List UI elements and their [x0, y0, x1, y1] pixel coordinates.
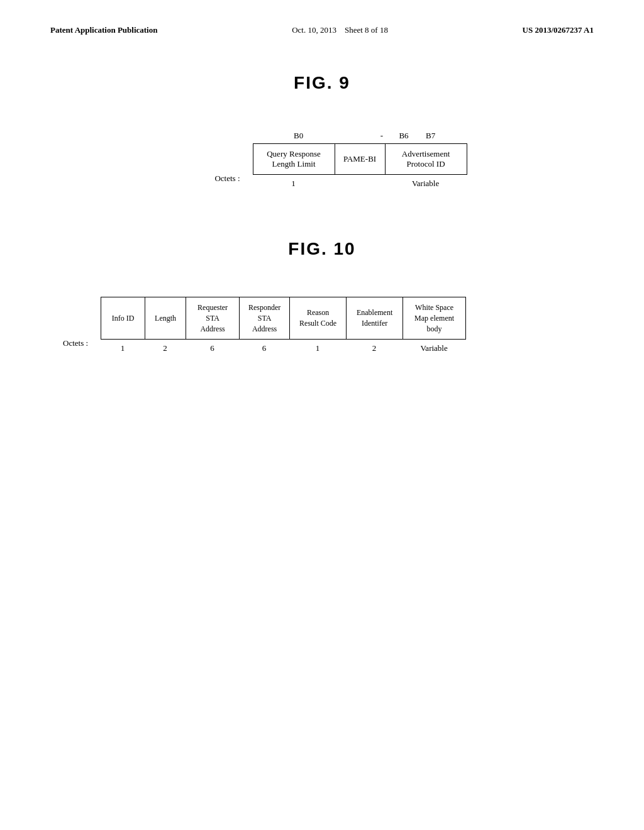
fig10-table-container: Info ID Length RequesterSTAAddress Respo…	[101, 297, 466, 353]
fig10-cell-enablement: EnablementIdentifer	[347, 297, 403, 340]
fig9-container: B0 - B6 B7 Octets : Query ResponseLength…	[88, 131, 594, 189]
fig9-oct-v2	[335, 179, 385, 189]
fig10-data-row: Info ID Length RequesterSTAAddress Respo…	[101, 297, 466, 340]
page-header: Patent Application Publication Oct. 10, …	[50, 25, 594, 35]
header-left: Patent Application Publication	[50, 25, 157, 35]
fig10-octets-label: Octets :	[63, 338, 88, 353]
fig9-oct-v3: Variable	[385, 179, 467, 189]
fig10-container: Octets : Info ID Length RequesterSTAAddr…	[63, 297, 594, 353]
fig9-table-container: Query ResponseLength Limit PAME-BI Adver…	[253, 143, 467, 189]
fig9-oct-v1: 1	[253, 179, 335, 189]
fig10-oct-v4: 6	[239, 343, 289, 353]
fig10-octets-values: 1 2 6 6 1 2 Variable	[101, 343, 466, 353]
fig10-oct-v3: 6	[186, 343, 239, 353]
fig10-title: FIG. 10	[50, 239, 594, 259]
fig9-table: Query ResponseLength Limit PAME-BI Adver…	[253, 143, 467, 175]
fig9-octets-label: Octets :	[214, 174, 240, 189]
fig10-cell-info-id: Info ID	[101, 297, 145, 340]
fig10-table: Info ID Length RequesterSTAAddress Respo…	[101, 297, 466, 340]
fig9-b6-label: B6	[388, 131, 419, 141]
fig10-oct-v6: 2	[346, 343, 402, 353]
fig10-oct-v1: 1	[101, 343, 145, 353]
fig9-b7-label: B7	[426, 131, 476, 141]
page: Patent Application Publication Oct. 10, …	[0, 0, 644, 830]
fig10-cell-length: Length	[145, 297, 186, 340]
fig10-table-row: Octets : Info ID Length RequesterSTAAddr…	[63, 297, 466, 353]
fig10-oct-v7: Variable	[402, 343, 465, 353]
fig10-cell-requester: RequesterSTAAddress	[186, 297, 240, 340]
fig9-b0-label: B0	[294, 131, 375, 141]
header-right: US 2013/0267237 A1	[523, 25, 594, 35]
fig10-oct-v5: 1	[289, 343, 346, 353]
fig10-oct-v2: 2	[145, 343, 186, 353]
fig10-cell-reason: ReasonResult Code	[290, 297, 347, 340]
fig9-cell-pame: PAME-BI	[335, 144, 385, 175]
header-center: Oct. 10, 2013 Sheet 8 of 18	[292, 25, 388, 35]
fig10-cell-whitespace: White SpaceMap elementbody	[403, 297, 466, 340]
header-sheet: Sheet 8 of 18	[345, 25, 388, 35]
fig9-dash-label: -	[375, 131, 388, 141]
fig9-octets-values: 1 Variable	[253, 179, 467, 189]
fig9-col-headers: B0 - B6 B7	[206, 131, 476, 141]
fig9-table-row: Octets : Query ResponseLength Limit PAME…	[214, 143, 467, 189]
fig9-title: FIG. 9	[50, 73, 594, 93]
fig9-section: FIG. 9 B0 - B6 B7 Octets : Query Respons…	[50, 73, 594, 189]
fig9-cell-advertisement: AdvertisementProtocol ID	[385, 144, 467, 175]
fig10-cell-responder: ResponderSTAAddress	[240, 297, 290, 340]
fig9-cell-query: Query ResponseLength Limit	[253, 144, 335, 175]
header-date: Oct. 10, 2013	[292, 25, 336, 35]
fig9-data-row: Query ResponseLength Limit PAME-BI Adver…	[253, 144, 467, 175]
fig10-section: FIG. 10 Octets : Info ID Length Requeste…	[50, 239, 594, 353]
